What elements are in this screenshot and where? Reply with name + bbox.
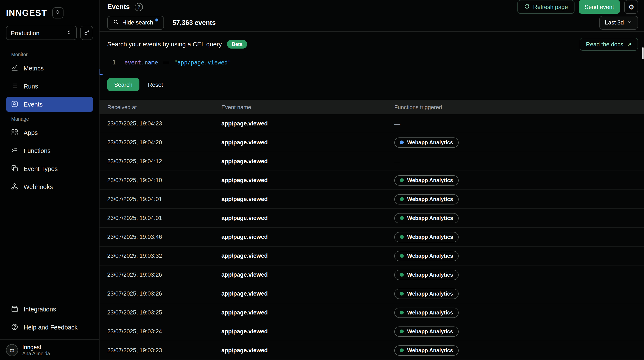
sidebar-item-runs[interactable]: Runs — [6, 79, 93, 94]
functions-cell: Webapp Analytics — [394, 288, 644, 299]
function-status-dot — [400, 254, 404, 258]
event-keys-button[interactable] — [80, 26, 93, 40]
app: INNGEST Production — [0, 0, 644, 360]
settings-button[interactable]: ⚙ — [624, 0, 638, 14]
function-status-dot — [400, 348, 404, 352]
time-range-selector[interactable]: Last 3d — [599, 16, 638, 30]
function-pill[interactable]: Webapp Analytics — [394, 194, 459, 204]
page-help-button[interactable]: ? — [135, 3, 143, 11]
sidebar-search-button[interactable] — [52, 7, 64, 19]
table-row[interactable]: 23/07/2025, 19:04:01 app/page.viewed Web… — [100, 190, 644, 209]
received-at-cell: 23/07/2025, 19:03:26 — [107, 290, 222, 297]
event-name-cell: app/page.viewed — [222, 234, 394, 240]
table-row[interactable]: 23/07/2025, 19:04:01 app/page.viewed Web… — [100, 209, 644, 228]
metrics-icon — [11, 64, 18, 73]
function-status-dot — [400, 235, 404, 239]
sidebar-item-event-types[interactable]: Event Types — [6, 161, 93, 176]
function-pill[interactable]: Webapp Analytics — [394, 326, 459, 336]
table-row[interactable]: 23/07/2025, 19:03:24 app/page.viewed Web… — [100, 322, 644, 341]
function-status-dot — [400, 311, 404, 314]
cel-query-text: event.name == "app/page.viewed" — [124, 58, 231, 68]
webhooks-icon — [11, 182, 18, 191]
sidebar-item-help[interactable]: Help and Feedback — [6, 320, 93, 335]
sidebar-item-webhooks[interactable]: Webhooks — [6, 179, 93, 195]
function-pill[interactable]: Webapp Analytics — [394, 251, 459, 261]
sidebar-item-integrations[interactable]: Integrations — [6, 302, 93, 317]
account-user: Ana Almeida — [22, 351, 50, 356]
search-button[interactable]: Search — [107, 78, 140, 91]
events-icon — [11, 100, 18, 109]
sidebar-item-label: Metrics — [24, 65, 44, 72]
function-status-dot — [400, 216, 404, 220]
time-range-label: Last 3d — [605, 19, 624, 26]
column-event-name: Event name — [222, 104, 394, 110]
table-row[interactable]: 23/07/2025, 19:03:23 app/page.viewed Web… — [100, 341, 644, 360]
column-received-at: Received at — [107, 104, 222, 110]
functions-cell: Webapp Analytics — [394, 270, 644, 280]
refresh-icon — [524, 3, 530, 11]
table-row[interactable]: 23/07/2025, 19:03:26 app/page.viewed Web… — [100, 284, 644, 303]
account-menu[interactable]: ∞ Inngest Ana Almeida — [0, 339, 99, 360]
event-name-cell: app/page.viewed — [222, 253, 394, 259]
function-label: Webapp Analytics — [407, 253, 453, 259]
send-event-button[interactable]: Send event — [578, 0, 620, 14]
sidebar-item-events[interactable]: Events — [6, 97, 93, 112]
event-types-icon — [11, 164, 18, 173]
sidebar: INNGEST Production — [0, 0, 100, 360]
event-name-cell: app/page.viewed — [222, 347, 394, 353]
sidebar-item-label: Functions — [24, 147, 51, 154]
function-pill[interactable]: Webapp Analytics — [394, 213, 459, 223]
hide-search-button[interactable]: Hide search — [107, 16, 164, 30]
sidebar-item-apps[interactable]: Apps — [6, 125, 93, 140]
infinity-icon: ∞ — [10, 346, 14, 353]
cel-search-panel: Search your events by using a CEL query … — [100, 32, 644, 97]
function-pill[interactable]: Webapp Analytics — [394, 137, 459, 147]
reset-button[interactable]: Reset — [148, 81, 163, 88]
empty-dash: — — [394, 158, 400, 165]
cel-query-editor[interactable]: 1 event.name == "app/page.viewed" — [107, 58, 638, 70]
search-panel-title: Search your events by using a CEL query — [107, 41, 222, 48]
function-label: Webapp Analytics — [407, 215, 453, 221]
function-pill[interactable]: Webapp Analytics — [394, 288, 459, 299]
table-row[interactable]: 23/07/2025, 19:04:10 app/page.viewed Web… — [100, 171, 644, 190]
table-row[interactable]: 23/07/2025, 19:04:20 app/page.viewed Web… — [100, 133, 644, 152]
sidebar-item-label: Integrations — [24, 306, 56, 313]
environment-selector[interactable]: Production — [6, 26, 77, 40]
table-row[interactable]: 23/07/2025, 19:03:25 app/page.viewed Web… — [100, 303, 644, 322]
chevron-down-icon — [627, 19, 632, 26]
functions-cell: — — [394, 157, 644, 165]
sidebar-section-monitor: Monitor — [11, 52, 88, 57]
function-pill[interactable]: Webapp Analytics — [394, 345, 459, 355]
received-at-cell: 23/07/2025, 19:03:25 — [107, 309, 222, 316]
function-status-dot — [400, 140, 404, 144]
scrollbar-thumb[interactable] — [642, 47, 644, 59]
functions-cell: Webapp Analytics — [394, 213, 644, 223]
editor-resize-handle[interactable] — [100, 69, 102, 75]
event-name-cell: app/page.viewed — [222, 196, 394, 202]
table-row[interactable]: 23/07/2025, 19:04:12 app/page.viewed — — [100, 152, 644, 171]
received-at-cell: 23/07/2025, 19:03:46 — [107, 234, 222, 240]
refresh-page-button[interactable]: Refresh page — [517, 0, 574, 14]
sidebar-item-functions[interactable]: Functions — [6, 143, 93, 158]
function-pill[interactable]: Webapp Analytics — [394, 232, 459, 242]
functions-cell: Webapp Analytics — [394, 307, 644, 318]
gear-icon: ⚙ — [628, 3, 634, 11]
read-docs-button[interactable]: Read the docs ↗ — [580, 38, 638, 51]
table-row[interactable]: 23/07/2025, 19:03:26 app/page.viewed Web… — [100, 265, 644, 284]
received-at-cell: 23/07/2025, 19:04:20 — [107, 139, 222, 146]
environment-value: Production — [11, 30, 40, 36]
functions-cell: Webapp Analytics — [394, 251, 644, 261]
inngest-logo: INNGEST — [6, 8, 47, 18]
function-pill[interactable]: Webapp Analytics — [394, 175, 459, 185]
apps-icon — [11, 128, 18, 137]
table-row[interactable]: 23/07/2025, 19:03:46 app/page.viewed Web… — [100, 228, 644, 247]
arrow-up-right-icon: ↗ — [626, 41, 632, 48]
function-pill[interactable]: Webapp Analytics — [394, 307, 459, 318]
sidebar-item-metrics[interactable]: Metrics — [6, 61, 93, 76]
table-row[interactable]: 23/07/2025, 19:04:23 app/page.viewed — — [100, 114, 644, 133]
sidebar-nav-monitor: Metrics Runs Events — [0, 61, 99, 112]
function-pill[interactable]: Webapp Analytics — [394, 270, 459, 280]
function-label: Webapp Analytics — [407, 328, 453, 334]
table-row[interactable]: 23/07/2025, 19:03:32 app/page.viewed Web… — [100, 247, 644, 265]
line-number: 1 — [111, 58, 116, 68]
